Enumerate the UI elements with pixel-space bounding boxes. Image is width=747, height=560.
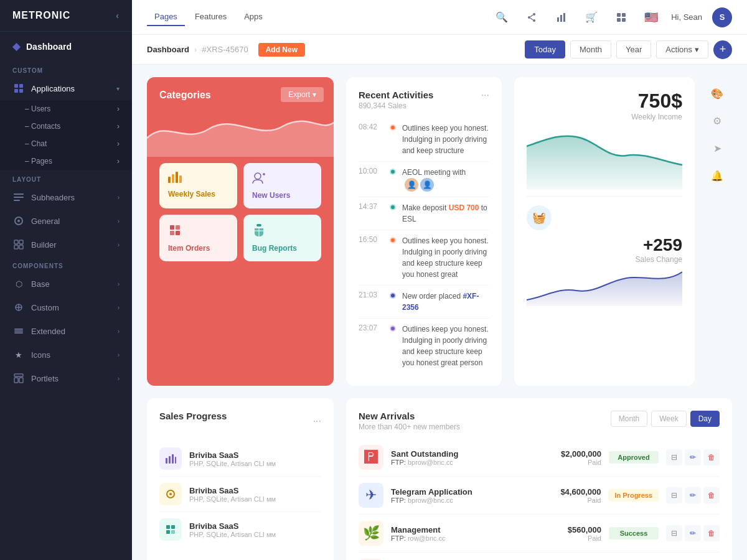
svg-point-38 (255, 173, 261, 179)
right-send-icon[interactable]: ➤ (707, 138, 727, 158)
svg-rect-21 (19, 378, 23, 383)
mini-card-weekly-sales[interactable]: Weekly Sales (159, 163, 237, 208)
sidebar-dashboard-item[interactable]: ◆ Dashboard (0, 32, 132, 61)
activities-menu-button[interactable]: ··· (481, 90, 489, 101)
mini-card-item-orders[interactable]: Item Orders (159, 215, 237, 261)
svg-rect-49 (169, 456, 171, 464)
add-button[interactable]: + (713, 40, 732, 59)
svg-rect-42 (176, 225, 180, 230)
flag-icon[interactable]: 🇺🇸 (641, 7, 661, 27)
arrival-delete-btn-3[interactable]: 🗑 (703, 525, 720, 541)
arrival-edit-btn-1[interactable]: ✏ (685, 449, 701, 465)
sidebar-sub-applications: – Users › – Contacts › – Chat › – Pages … (0, 100, 132, 170)
year-button[interactable]: Year (616, 40, 651, 58)
sidebar-item-builder[interactable]: Builder › (0, 233, 132, 256)
cart-icon[interactable]: 🛒 (581, 7, 601, 27)
applications-icon (12, 82, 25, 95)
export-button[interactable]: Export ▾ (281, 87, 324, 102)
main-area: Pages Features Apps 🔍 🛒 🇺🇸 Hi, Sean S (132, 0, 747, 560)
sidebar-item-general[interactable]: General › (0, 209, 132, 233)
right-paint-icon[interactable]: 🎨 (707, 83, 727, 103)
arrival-row-2: ✈ Telegram Application FTP: bprow@bnc.cc… (359, 477, 720, 515)
sidebar-item-extended[interactable]: Extended › (0, 319, 132, 343)
actions-button[interactable]: Actions ▾ (656, 40, 708, 58)
arrival-delete-btn-2[interactable]: 🗑 (703, 487, 720, 503)
sidebar-item-applications[interactable]: Applications ▾ (0, 77, 132, 100)
svg-rect-19 (14, 374, 23, 376)
add-new-button[interactable]: Add New (258, 43, 305, 57)
svg-rect-41 (170, 225, 174, 230)
arrival-copy-btn-3[interactable]: ⊟ (666, 525, 682, 541)
diamond-icon: ◆ (12, 40, 20, 52)
sidebar-sub-item-pages[interactable]: – Pages › (0, 152, 132, 170)
grid-icon[interactable] (611, 7, 631, 27)
arrival-copy-btn-1[interactable]: ⊟ (666, 449, 682, 465)
svg-rect-48 (166, 458, 167, 464)
sidebar-item-icons[interactable]: ★ Icons › (0, 343, 132, 366)
categories-title: Categories (159, 90, 211, 101)
sidebar-item-subheaders[interactable]: Subheaders › (0, 185, 132, 209)
activities-header: Recent Activities 890,344 Sales ··· (359, 90, 489, 110)
activities-card: Recent Activities 890,344 Sales ··· 08:4… (346, 77, 502, 386)
income-amount: 750$ (527, 90, 682, 113)
arrival-actions-2: ⊟ ✏ 🗑 (666, 487, 720, 503)
svg-rect-3 (19, 89, 23, 93)
month-button[interactable]: Month (570, 40, 611, 58)
income-chart (527, 128, 682, 190)
chart-icon[interactable] (552, 7, 571, 27)
svg-rect-55 (171, 525, 175, 529)
right-bell-icon[interactable]: 🔔 (707, 166, 727, 185)
row-2: Sales Progress ··· Briviba SaaS PHP, SQL… (147, 398, 732, 560)
nav-item-features[interactable]: Features (187, 8, 234, 26)
arrival-row-3: 🌿 Management FTP: row@bnc.cc $560,000 Pa… (359, 515, 720, 553)
arrival-amount-2: $4,600,000 Paid (560, 487, 601, 504)
brand-name: METRONIC (12, 10, 70, 21)
topnav-right: 🔍 🛒 🇺🇸 Hi, Sean S (492, 7, 732, 27)
activities-title: Recent Activities (359, 90, 433, 100)
categories-card: Categories Export ▾ (147, 77, 334, 386)
applications-label: Applications (31, 84, 110, 93)
user-avatar[interactable]: S (712, 7, 732, 27)
activity-item-3: 14:37 Make deposit USD 700 to ESL (359, 197, 489, 230)
pages-chevron: › (117, 157, 120, 166)
today-button[interactable]: Today (525, 40, 565, 58)
sidebar-sub-item-users[interactable]: – Users › (0, 100, 132, 118)
svg-rect-36 (176, 172, 178, 183)
arrival-edit-btn-2[interactable]: ✏ (685, 487, 701, 503)
arrival-delete-btn-1[interactable]: 🗑 (703, 449, 720, 465)
arrivals-tab-day[interactable]: Day (690, 411, 720, 427)
arrival-edit-btn-3[interactable]: ✏ (685, 525, 701, 541)
sidebar-item-base[interactable]: ⬡ Base › (0, 272, 132, 296)
sidebar-item-custom[interactable]: Custom › (0, 296, 132, 319)
progress-item-3: Briviba SaaS PHP, SQLite, Artisan CLI мм (159, 512, 321, 547)
arrivals-tab-week[interactable]: Week (651, 411, 686, 427)
right-icons-panel: 🎨 ⚙ ➤ 🔔 (707, 77, 732, 386)
sales-change-icon-circle: 🧺 (527, 205, 552, 230)
svg-rect-56 (166, 530, 170, 534)
item-orders-icon (168, 223, 182, 240)
search-icon[interactable]: 🔍 (492, 7, 512, 27)
arrival-copy-btn-2[interactable]: ⊟ (666, 487, 682, 503)
svg-rect-57 (171, 530, 175, 534)
mini-card-bug-reports[interactable]: Bug Reports (243, 215, 321, 261)
svg-rect-0 (14, 84, 18, 88)
svg-rect-17 (14, 330, 23, 332)
sales-progress-menu-button[interactable]: ··· (313, 416, 321, 427)
nav-item-pages[interactable]: Pages (147, 8, 185, 26)
share-icon[interactable] (522, 7, 542, 27)
sidebar-collapse-icon[interactable]: ‹ (116, 11, 120, 21)
nav-item-apps[interactable]: Apps (237, 8, 270, 26)
svg-rect-1 (19, 84, 23, 88)
svg-rect-50 (172, 454, 174, 464)
income-label: Weekly Income (527, 113, 682, 121)
income-bottom-section: 🧺 +259 Sales Change (527, 196, 682, 306)
activity-dot-5 (390, 292, 396, 299)
mini-card-new-users[interactable]: New Users (243, 163, 321, 208)
sidebar-sub-item-contacts[interactable]: – Contacts › (0, 118, 132, 135)
arrivals-tab-month[interactable]: Month (611, 411, 647, 427)
svg-point-8 (17, 220, 20, 222)
sidebar-item-portlets[interactable]: Portlets › (0, 366, 132, 390)
svg-rect-33 (622, 18, 626, 22)
right-settings-icon[interactable]: ⚙ (707, 111, 727, 131)
sidebar-sub-item-chat[interactable]: – Chat › (0, 135, 132, 152)
